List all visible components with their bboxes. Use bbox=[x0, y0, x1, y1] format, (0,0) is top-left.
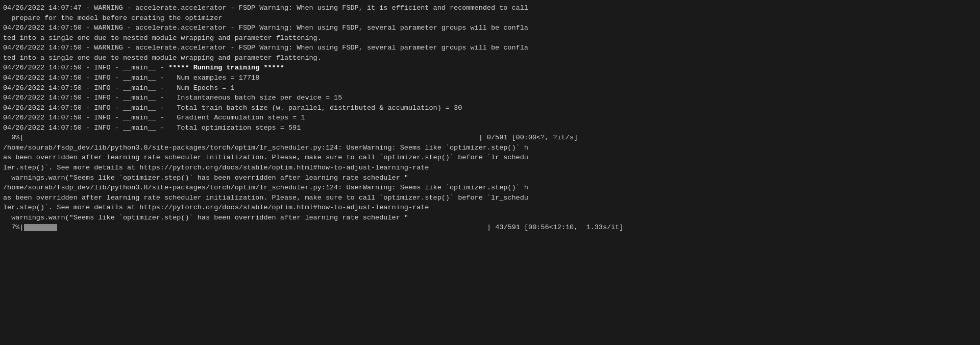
log-line: prepare for the model before creating th… bbox=[3, 13, 977, 23]
progress-stats-1: | 0/591 [00:00<?, ?it/s] bbox=[24, 133, 578, 143]
progress-percent-1: 0%| bbox=[3, 133, 24, 143]
warning-line: /home/sourab/fsdp_dev/lib/python3.8/site… bbox=[3, 143, 977, 153]
log-line: 04/26/2022 14:07:50 - WARNING - accelera… bbox=[3, 23, 977, 33]
log-line: ted into a single one due to nested modu… bbox=[3, 53, 977, 63]
log-line: 04/26/2022 14:07:50 - INFO - __main__ - … bbox=[3, 83, 977, 93]
bold-stars: ***** Running training ***** bbox=[168, 64, 284, 71]
log-line: 04/26/2022 14:07:50 - WARNING - accelera… bbox=[3, 43, 977, 53]
log-line: ted into a single one due to nested modu… bbox=[3, 33, 977, 43]
terminal-output: 04/26/2022 14:07:47 - WARNING - accelera… bbox=[0, 2, 980, 234]
warning-line: warnings.warn("Seems like `optimizer.ste… bbox=[3, 213, 977, 223]
warning-line: /home/sourab/fsdp_dev/lib/python3.8/site… bbox=[3, 183, 977, 193]
log-line: 04/26/2022 14:07:50 - INFO - __main__ - … bbox=[3, 113, 977, 123]
log-line-running-training: 04/26/2022 14:07:50 - INFO - __main__ - … bbox=[3, 63, 977, 73]
warning-line: ler.step()`. See more details at https:/… bbox=[3, 163, 977, 173]
log-line: 04/26/2022 14:07:47 - WARNING - accelera… bbox=[3, 3, 977, 13]
log-line: 04/26/2022 14:07:50 - INFO - __main__ - … bbox=[3, 103, 977, 113]
progress-percent-2: 7%| bbox=[3, 223, 24, 233]
warning-line: ler.step()`. See more details at https:/… bbox=[3, 203, 977, 213]
log-line: 04/26/2022 14:07:50 - INFO - __main__ - … bbox=[3, 73, 977, 83]
warning-line: as been overridden after learning rate s… bbox=[3, 153, 977, 163]
progress-stats-2: | 43/591 [00:56<12:10, 1.33s/it] bbox=[57, 223, 624, 233]
progress-bar-fill-2 bbox=[24, 224, 57, 231]
warning-line: as been overridden after learning rate s… bbox=[3, 193, 977, 203]
progress-bar-line-2: 7%| | 43/591 [00:56<12:10, 1.33s/it] bbox=[3, 223, 977, 233]
log-line: 04/26/2022 14:07:50 - INFO - __main__ - … bbox=[3, 123, 977, 133]
warning-line: warnings.warn("Seems like `optimizer.ste… bbox=[3, 173, 977, 183]
progress-bar-line-1: 0%| | 0/591 [00:00<?, ?it/s] bbox=[3, 133, 977, 143]
log-line: 04/26/2022 14:07:50 - INFO - __main__ - … bbox=[3, 93, 977, 103]
